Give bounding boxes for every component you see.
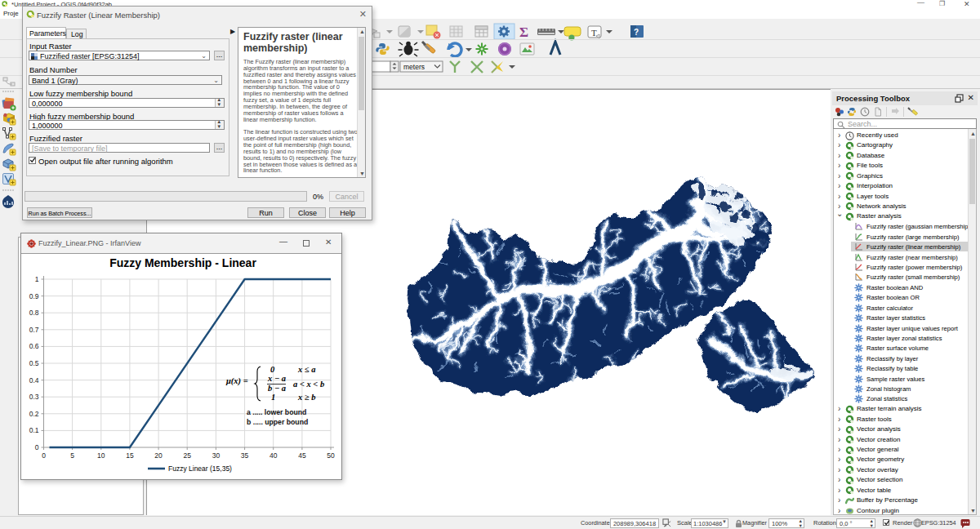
svg-text:x − a: x − a xyxy=(267,374,286,383)
svg-text:20: 20 xyxy=(154,451,163,460)
svg-text:50: 50 xyxy=(327,451,335,460)
svg-text:Fuzzy Membership - Linear: Fuzzy Membership - Linear xyxy=(109,256,256,269)
svg-text:45: 45 xyxy=(298,451,306,460)
svg-text:0.2: 0.2 xyxy=(29,410,39,418)
svg-text:1: 1 xyxy=(35,275,39,283)
svg-text:meters: meters xyxy=(403,63,425,71)
svg-text:0.7: 0.7 xyxy=(29,326,39,334)
svg-text:0.6: 0.6 xyxy=(29,342,39,350)
svg-text:0.3: 0.3 xyxy=(29,393,39,401)
svg-text:?: ? xyxy=(634,28,639,37)
svg-text:0.4: 0.4 xyxy=(29,376,39,385)
svg-text:25: 25 xyxy=(183,451,191,460)
svg-text:35: 35 xyxy=(241,451,249,460)
svg-text:a < x < b: a < x < b xyxy=(293,380,324,389)
svg-text:15: 15 xyxy=(126,451,134,460)
svg-text:0: 0 xyxy=(270,365,275,374)
svg-text:40: 40 xyxy=(270,451,278,460)
svg-text:x ≥ b: x ≥ b xyxy=(297,393,316,402)
svg-text:0.8: 0.8 xyxy=(29,309,39,317)
svg-text:0: 0 xyxy=(42,451,46,460)
svg-text:0.5: 0.5 xyxy=(29,359,39,367)
svg-text:μ(x) =: μ(x) = xyxy=(225,376,248,386)
svg-text:b − a: b − a xyxy=(268,384,286,393)
svg-text:0.9: 0.9 xyxy=(29,292,39,300)
svg-text:x ≤ a: x ≤ a xyxy=(297,365,316,374)
svg-text:0: 0 xyxy=(35,443,39,451)
svg-text:b ..... upper bound: b ..... upper bound xyxy=(247,418,308,426)
svg-text:0.1: 0.1 xyxy=(29,426,39,434)
svg-text:1: 1 xyxy=(271,393,275,402)
svg-text:5: 5 xyxy=(70,451,74,460)
svg-text:Fuzzy Linear (15,35): Fuzzy Linear (15,35) xyxy=(168,465,232,473)
svg-text:Σ: Σ xyxy=(519,24,528,40)
svg-text:30: 30 xyxy=(212,451,220,460)
svg-text:a ..... lower bound: a ..... lower bound xyxy=(247,408,306,416)
svg-text:10: 10 xyxy=(97,451,105,460)
